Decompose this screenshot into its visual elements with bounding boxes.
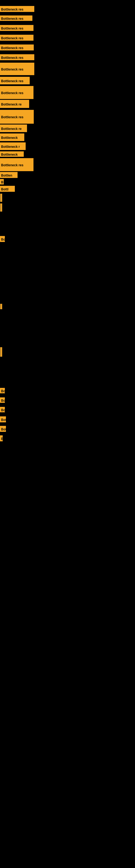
bar-item: Bottleneck res — [0, 54, 34, 60]
bar-item: Bo — [0, 397, 5, 403]
bar-item: Bottleneck res — [0, 63, 34, 75]
bar-item: B — [0, 435, 3, 441]
bar-item: Bottlen — [0, 172, 17, 178]
bar-item: Bottleneck res — [0, 158, 34, 171]
bar-item: Bo — [0, 236, 5, 242]
bar-item: Bott — [0, 426, 6, 432]
bar-item: Bottleneck re — [0, 100, 29, 108]
bar-item: Bottleneck re — [0, 124, 27, 132]
bar-item: Bottleneck — [0, 151, 24, 157]
bar-item: Bot — [0, 416, 6, 422]
bar-item: Bottleneck res — [0, 44, 34, 51]
bar-item: Bo — [0, 388, 5, 393]
bar-item: Bottleneck res — [0, 25, 34, 31]
bar-item: Bottleneck res — [0, 6, 34, 12]
bar-item: B — [0, 179, 4, 184]
bar-item: Bottleneck res — [0, 110, 34, 124]
bar-item: Bottleneck res — [0, 77, 30, 84]
bar-item: Bo — [0, 407, 5, 412]
bar-item: Bottleneck r — [0, 143, 26, 150]
site-title — [0, 0, 135, 4]
bar-item: Bottleneck res — [0, 16, 32, 21]
bar-item: Bottleneck — [0, 133, 24, 141]
bar-item: Bottleneck res — [0, 86, 34, 99]
bar-item: Bottleneck res — [0, 35, 34, 41]
bar-item: Bottl — [0, 186, 15, 192]
